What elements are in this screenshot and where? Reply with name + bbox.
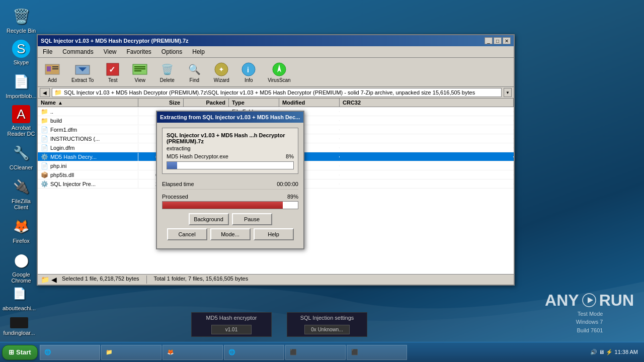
sql-label: SQL Injection settings [300, 315, 354, 321]
col-name[interactable]: Name ▲ [38, 99, 138, 107]
toolbar-wizard-button[interactable]: ✦ Wizard [209, 59, 234, 85]
menu-file[interactable]: File [40, 47, 55, 56]
md5-btn[interactable]: v1.01 [211, 325, 252, 334]
desktop-icon-aboutteaching[interactable]: 📄 aboutteachi... [2, 282, 36, 313]
dialog-info-box: SQL Injector v1.03 + MD5 Hash ...h Decry… [162, 128, 298, 174]
pause-button[interactable]: Pause [232, 213, 272, 225]
desktop-icon-skype[interactable]: S Skype [4, 38, 38, 67]
window-titlebar: SQL Injector v1.03 + MD5 Hash Decryptor … [38, 35, 514, 46]
menu-view[interactable]: View [101, 47, 120, 56]
col-packed[interactable]: Packed [184, 99, 229, 107]
toolbar-view-button[interactable]: View [127, 59, 152, 85]
mode-button[interactable]: Mode... [210, 228, 251, 240]
desktop-icon-importblob[interactable]: 📄 Importblob... [4, 69, 38, 101]
firefox-label: Firefox [13, 238, 30, 244]
taskbar-item-ie2[interactable]: 🌐 [224, 345, 284, 360]
archive-label: SQL Injector v1.03 + MD5 Hash ...h Decry… [167, 132, 294, 144]
cancel-button[interactable]: Cancel [167, 228, 207, 240]
minimize-button[interactable]: _ [485, 37, 493, 44]
tray-icons: 🔊 🖥 ⚡ [590, 349, 613, 355]
ie-taskbar-icon: 🌐 [44, 349, 51, 355]
help-button[interactable]: Help [254, 228, 294, 240]
recycle-bin-icon: 🗑️ [11, 6, 31, 26]
address-bar: ◀ 📁 SQL Injector v1.03 + MD5 Hash Decryp… [38, 87, 514, 99]
tray-speaker-icon: 🔊 [590, 349, 597, 355]
dialog-titlebar: Extracting from SQL Injector v1.03 + MD5… [157, 112, 303, 123]
menu-commands[interactable]: Commands [59, 47, 96, 56]
info-label: Info [245, 77, 253, 83]
desktop-icon-recycle-bin[interactable]: 🗑️ Recycle Bin [4, 4, 38, 36]
tray-clock[interactable]: 11:38 AM [615, 348, 638, 356]
svg-text:✦: ✦ [218, 65, 224, 73]
svg-rect-10 [134, 68, 145, 69]
current-file: MD5 Hash Decryptor.exe [167, 153, 228, 159]
taskbar-item-cmd[interactable]: ⬛ [285, 345, 346, 360]
maximize-button[interactable]: □ [494, 37, 502, 44]
statusbar-icons: 📁 ◀ [41, 276, 57, 284]
desktop-icon-firefox[interactable]: 🦊 Firefox [4, 214, 38, 246]
toolbar-delete-button[interactable]: 🗑️ Delete [154, 59, 180, 85]
anyrun-play-icon [582, 293, 596, 307]
fundingloan-label: fundingloar... [4, 330, 35, 336]
action-text: extracting [167, 145, 294, 151]
background-button[interactable]: Background [189, 213, 229, 225]
toolbar-info-button[interactable]: i Info [236, 59, 261, 85]
aboutteaching-icon: 📄 [9, 284, 29, 304]
address-input[interactable]: 📁 SQL Injector v1.03 + MD5 Hash Decrypto… [52, 88, 502, 97]
col-size[interactable]: Size [138, 99, 184, 107]
extract-toolbar-icon [74, 61, 91, 77]
ccleaner-label: CCleaner [10, 164, 33, 170]
col-type[interactable]: Type [229, 99, 279, 107]
menu-help[interactable]: Help [189, 47, 208, 56]
address-dropdown[interactable]: ▼ [504, 88, 512, 97]
toolbar-extract-button[interactable]: Extract To [67, 59, 98, 85]
svg-rect-11 [134, 70, 141, 71]
toolbar-virusscan-button[interactable]: VirusScan [263, 59, 295, 85]
injector-taskbar-icon: ⬛ [351, 349, 358, 355]
anyrun-watermark: ANY RUN Test Mode Windows 7 Build 7601 [545, 291, 634, 335]
toolbar-test-button[interactable]: ✓ Test [100, 59, 125, 85]
toolbar-find-button[interactable]: 🔍 Find [182, 59, 207, 85]
taskbar-item-ie[interactable]: 🌐 [40, 345, 100, 360]
sql-btn[interactable]: 0x Unknown... [304, 325, 349, 334]
col-crc32[interactable]: CRC32 [340, 99, 514, 107]
taskbar-item-firefox-tb[interactable]: 🦊 [163, 345, 223, 360]
start-button[interactable]: ⊞ Start [2, 345, 38, 360]
titlebar-controls: _ □ ✕ [485, 37, 511, 44]
statusbar: 📁 ◀ Selected 1 file, 6,218,752 bytes Tot… [38, 274, 514, 285]
md5-label: MD5 Hash encryptor [206, 315, 257, 321]
close-button[interactable]: ✕ [503, 37, 511, 44]
menu-favorites[interactable]: Favorites [124, 47, 154, 56]
bottom-left-icons: 📄 aboutteachi... fundingloar... [2, 282, 36, 338]
taskbar-item-injector[interactable]: ⬛ [347, 345, 407, 360]
desktop-icon-fundingloan[interactable]: fundingloar... [2, 315, 36, 338]
dialog-content: SQL Injector v1.03 + MD5 Hash ...h Decry… [157, 123, 303, 248]
recycle-bin-label: Recycle Bin [7, 28, 36, 34]
svg-rect-1 [47, 66, 51, 71]
back-button[interactable]: ◀ [40, 88, 50, 97]
taskbar-item-explorer[interactable]: 📁 [101, 345, 162, 360]
skype-icon: S [12, 40, 30, 58]
ie2-taskbar-icon: 🌐 [228, 349, 235, 355]
menu-options[interactable]: Options [158, 47, 185, 56]
desktop-icon-acrobat[interactable]: A Acrobat Reader DC [4, 103, 38, 139]
processed-progress-bar [162, 201, 298, 209]
anyrun-logo: ANY RUN [545, 291, 634, 310]
file-name-cell: 📁 .. [38, 108, 138, 116]
col-modified[interactable]: Modified [279, 99, 340, 107]
acrobat-label: Acrobat Reader DC [6, 125, 36, 137]
desktop-icon-filezilla[interactable]: 🔌 FileZilla Client [4, 174, 38, 212]
desktop-icon-ccleaner[interactable]: 🔧 CCleaner [4, 141, 38, 172]
svg-marker-19 [588, 297, 593, 303]
desktop-icons-area: 🗑️ Recycle Bin S Skype 📄 Importblob... A… [0, 0, 42, 290]
file-percent: 8% [286, 153, 294, 159]
taskbar: ⊞ Start 🌐 📁 🦊 🌐 ⬛ ⬛ � [0, 342, 644, 362]
address-text: SQL Injector v1.03 + MD5 Hash Decryptor … [64, 89, 475, 96]
file-progress-bar [167, 161, 294, 169]
importblob-icon: 📄 [11, 71, 31, 92]
ccleaner-icon: 🔧 [11, 143, 31, 163]
virusscan-label: VirusScan [268, 77, 290, 83]
processed-container: Processed 89% [162, 194, 298, 209]
toolbar-add-button[interactable]: Add [40, 59, 65, 85]
desktop-icon-chrome[interactable]: ⬤ Google Chrome [4, 248, 38, 286]
